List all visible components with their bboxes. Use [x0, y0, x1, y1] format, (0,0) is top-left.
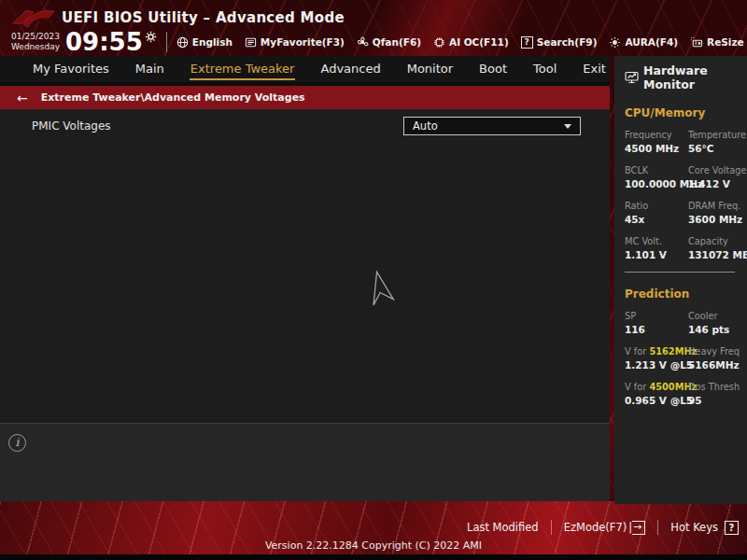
- hm-value: 131072 MB: [688, 249, 747, 260]
- hm-label: Frequency: [625, 130, 686, 140]
- hm-label: MC Volt.: [625, 236, 686, 246]
- cpu-chip-icon: [433, 36, 445, 49]
- header-divider: [166, 32, 167, 52]
- hm-value: 5166MHz: [688, 359, 747, 371]
- toolbar-myfavorite[interactable]: MyFavorite(F3): [245, 36, 345, 49]
- hardware-monitor-header: Hardware Monitor: [625, 63, 747, 91]
- hm-value: 146 pts: [688, 324, 747, 335]
- settings-panel: PMIC Voltages Auto: [0, 109, 610, 423]
- pmic-voltages-dropdown[interactable]: Auto: [403, 117, 581, 135]
- hm-label: Ratio: [625, 201, 686, 211]
- menu-tabbar: My Favorites Main Extreme Tweaker Advanc…: [0, 56, 610, 82]
- hm-label: Core Voltage: [688, 165, 747, 175]
- toolbar-label: Qfan(F6): [373, 36, 421, 48]
- last-modified-button[interactable]: Last Modified: [467, 521, 539, 534]
- date-text: 01/25/2023: [11, 32, 62, 42]
- hm-value: 3600 MHz: [688, 214, 747, 225]
- tab-my-favorites[interactable]: My Favorites: [32, 58, 110, 80]
- toolbar-qfan[interactable]: Qfan(F6): [357, 36, 421, 49]
- version-text: Version 2.22.1284 Copyright (C) 2022 AMI: [0, 539, 747, 552]
- help-info-panel: i: [0, 424, 610, 501]
- aura-light-icon: [609, 36, 621, 49]
- footer-divider: [551, 520, 552, 535]
- hm-label: Temperature: [688, 130, 747, 140]
- tab-tool[interactable]: Tool: [532, 58, 557, 80]
- sidebar-divider: [625, 272, 735, 273]
- favorite-list-icon: [245, 36, 257, 49]
- breadcrumb: ← Extreme Tweaker\Advanced Memory Voltag…: [0, 86, 610, 109]
- hm-row-ratio-dramfreq: Ratio 45x DRAM Freq. 3600 MHz: [625, 201, 747, 225]
- hm-label: Heavy Freq: [688, 346, 747, 357]
- tab-monitor[interactable]: Monitor: [406, 58, 454, 80]
- hm-label: Cooler: [688, 311, 747, 321]
- tab-advanced[interactable]: Advanced: [319, 58, 381, 80]
- hm-value: 116: [625, 324, 686, 335]
- chevron-down-icon: [564, 124, 571, 129]
- toolbar-aura[interactable]: AURA(F4): [609, 36, 678, 49]
- tab-boot[interactable]: Boot: [478, 58, 508, 80]
- clock-time[interactable]: 09:55: [65, 30, 143, 54]
- toolbar-language[interactable]: English: [176, 36, 233, 49]
- hm-row-bclk-corevoltage: BCLK 100.0000 MHz Core Voltage 1.412 V: [625, 165, 747, 189]
- hm-value: 1.213 V @L5: [625, 359, 686, 371]
- resize-bar-icon: [690, 36, 703, 49]
- back-arrow-icon[interactable]: ←: [17, 91, 28, 105]
- info-icon: i: [8, 434, 26, 452]
- ezmode-label: EzMode(F7): [564, 521, 627, 534]
- hm-value: 4500 MHz: [625, 143, 686, 154]
- toolbar-label: AI OC(F11): [449, 36, 509, 48]
- date-block[interactable]: 01/25/2023 Wednesday: [11, 32, 62, 52]
- tab-exit[interactable]: Exit: [582, 58, 607, 80]
- prediction-heading: Prediction: [625, 287, 747, 301]
- hm-value: 56°C: [688, 143, 747, 154]
- hm-row-mcvolt-capacity: MC Volt. 1.101 V Capacity 131072 MB: [625, 236, 747, 260]
- hardware-monitor-panel: Hardware Monitor CPU/Memory Frequency 45…: [614, 56, 747, 504]
- pmic-voltages-label: PMIC Voltages: [32, 119, 111, 133]
- footer-bar: Last Modified EzMode(F7) | → Hot Keys ?: [467, 516, 739, 539]
- weekday-text: Wednesday: [11, 42, 62, 52]
- dropdown-value: Auto: [413, 119, 438, 133]
- question-mark-icon: ?: [725, 521, 739, 535]
- rog-logo: [11, 3, 56, 31]
- main-column: My Favorites Main Extreme Tweaker Advanc…: [0, 56, 610, 501]
- toolbar-search[interactable]: ? Search(F9): [521, 36, 598, 49]
- hardware-monitor-title: Hardware Monitor: [643, 63, 747, 91]
- hm-row-vfor4500-dosthresh: V for 4500MHz 0.965 V @L5 Dos Thresh 95: [625, 382, 747, 406]
- hm-label: V for 5162MHz: [625, 346, 686, 357]
- hm-value: 100.0000 MHz: [625, 178, 686, 189]
- hm-label: Dos Thresh: [688, 382, 747, 392]
- header-toolbar: English MyFavorite(F3): [176, 36, 747, 49]
- tab-main[interactable]: Main: [134, 58, 165, 80]
- gear-icon[interactable]: [145, 31, 157, 43]
- hot-keys-button[interactable]: Hot Keys ?: [670, 521, 739, 535]
- cpu-memory-heading: CPU/Memory: [625, 106, 747, 119]
- hm-label: DRAM Freq.: [688, 201, 747, 211]
- toolbar-resize-bar[interactable]: ReSize BAR: [690, 36, 747, 49]
- hm-label: BCLK: [625, 165, 686, 175]
- monitor-icon: [625, 71, 639, 84]
- toolbar-label: AURA(F4): [625, 36, 678, 48]
- hm-label: V for 4500MHz: [625, 382, 686, 392]
- hm-value: 45x: [625, 214, 686, 225]
- tab-extreme-tweaker[interactable]: Extreme Tweaker: [190, 58, 296, 80]
- hm-value: 0.965 V @L5: [625, 395, 686, 406]
- hm-row-frequency-temperature: Frequency 4500 MHz Temperature 56°C: [625, 130, 747, 154]
- hm-row-sp-cooler: SP 116 Cooler 146 pts: [625, 311, 747, 335]
- hm-label: SP: [625, 311, 686, 321]
- toolbar-ai-oc[interactable]: AI OC(F11): [433, 36, 509, 49]
- hm-label: Capacity: [688, 236, 747, 246]
- bottom-edge-strip: [0, 554, 747, 560]
- bios-screen: UEFI BIOS Utility – Advanced Mode 01/25/…: [0, 0, 747, 560]
- clock-row: 01/25/2023 Wednesday 09:55 English: [11, 28, 747, 56]
- toolbar-label: ReSize BAR: [707, 36, 747, 48]
- hm-value: 1.412 V: [688, 178, 747, 189]
- mouse-cursor: [366, 270, 396, 309]
- ezmode-button[interactable]: EzMode(F7) | →: [564, 521, 646, 535]
- breadcrumb-path: Extreme Tweaker\Advanced Memory Voltages: [41, 91, 305, 104]
- fan-icon: [357, 36, 369, 49]
- footer-divider: [657, 520, 658, 535]
- search-icon: ?: [521, 36, 533, 49]
- globe-icon: [176, 36, 189, 49]
- app-title: UEFI BIOS Utility – Advanced Mode: [62, 9, 345, 26]
- hm-value: 95: [688, 395, 747, 406]
